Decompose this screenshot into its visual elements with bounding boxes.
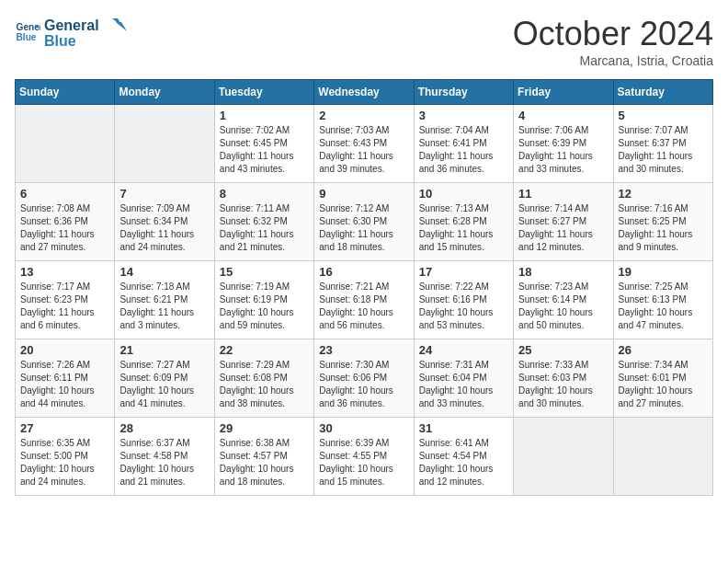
day-number: 26 [619, 343, 708, 357]
day-info: Sunrise: 6:41 AM Sunset: 4:54 PM Dayligh… [419, 437, 508, 488]
day-info: Sunrise: 7:21 AM Sunset: 6:18 PM Dayligh… [319, 281, 408, 332]
day-number: 10 [419, 187, 508, 201]
calendar-table: SundayMondayTuesdayWednesdayThursdayFrid… [15, 79, 713, 496]
weekday-header-saturday: Saturday [613, 80, 712, 105]
day-number: 6 [20, 187, 109, 201]
weekday-header-tuesday: Tuesday [214, 80, 313, 105]
day-number: 11 [518, 187, 608, 201]
day-number: 17 [419, 265, 508, 279]
day-number: 22 [220, 343, 309, 357]
day-number: 27 [20, 421, 109, 435]
calendar-cell: 26Sunrise: 7:34 AM Sunset: 6:01 PM Dayli… [613, 339, 712, 418]
logo-icon: General Blue [15, 19, 40, 45]
day-number: 31 [419, 421, 508, 435]
calendar-cell: 13Sunrise: 7:17 AM Sunset: 6:23 PM Dayli… [16, 261, 115, 339]
calendar-cell: 22Sunrise: 7:29 AM Sunset: 6:08 PM Dayli… [214, 339, 313, 418]
calendar-cell: 11Sunrise: 7:14 AM Sunset: 6:27 PM Dayli… [514, 183, 613, 261]
day-number: 21 [119, 343, 209, 357]
calendar-cell [613, 418, 712, 496]
week-row-3: 13Sunrise: 7:17 AM Sunset: 6:23 PM Dayli… [16, 261, 713, 339]
week-row-4: 20Sunrise: 7:26 AM Sunset: 6:11 PM Dayli… [16, 339, 713, 418]
calendar-cell: 12Sunrise: 7:16 AM Sunset: 6:25 PM Dayli… [613, 183, 712, 261]
month-title: October 2024 [513, 15, 713, 53]
day-number: 1 [220, 109, 309, 122]
day-info: Sunrise: 6:35 AM Sunset: 5:00 PM Dayligh… [20, 437, 109, 488]
calendar-cell: 10Sunrise: 7:13 AM Sunset: 6:28 PM Dayli… [414, 183, 513, 261]
svg-text:General: General [44, 17, 99, 33]
calendar-cell: 8Sunrise: 7:11 AM Sunset: 6:32 PM Daylig… [214, 183, 313, 261]
day-number: 9 [319, 187, 408, 201]
calendar-cell: 5Sunrise: 7:07 AM Sunset: 6:37 PM Daylig… [613, 105, 712, 183]
svg-marker-7 [116, 22, 127, 31]
day-number: 16 [319, 265, 408, 279]
day-number: 19 [619, 265, 708, 279]
day-info: Sunrise: 7:16 AM Sunset: 6:25 PM Dayligh… [619, 202, 708, 254]
day-info: Sunrise: 7:03 AM Sunset: 6:43 PM Dayligh… [319, 124, 408, 176]
calendar-cell: 16Sunrise: 7:21 AM Sunset: 6:18 PM Dayli… [314, 261, 414, 339]
calendar-cell [514, 418, 613, 496]
calendar-cell [16, 105, 115, 183]
day-info: Sunrise: 6:39 AM Sunset: 4:55 PM Dayligh… [319, 437, 408, 488]
calendar-cell: 24Sunrise: 7:31 AM Sunset: 6:04 PM Dayli… [414, 339, 513, 418]
page-header: General Blue General Blue October 2024 M… [15, 15, 713, 68]
day-info: Sunrise: 7:34 AM Sunset: 6:01 PM Dayligh… [619, 359, 708, 410]
day-info: Sunrise: 7:14 AM Sunset: 6:27 PM Dayligh… [518, 202, 608, 254]
day-number: 2 [319, 109, 408, 122]
day-number: 8 [220, 187, 309, 201]
day-info: Sunrise: 6:38 AM Sunset: 4:57 PM Dayligh… [220, 437, 309, 488]
day-number: 15 [220, 265, 309, 279]
calendar-cell: 30Sunrise: 6:39 AM Sunset: 4:55 PM Dayli… [314, 418, 414, 496]
day-info: Sunrise: 7:29 AM Sunset: 6:08 PM Dayligh… [220, 359, 309, 410]
weekday-header-friday: Friday [514, 80, 613, 105]
calendar-cell [115, 105, 214, 183]
weekday-header-row: SundayMondayTuesdayWednesdayThursdayFrid… [16, 80, 713, 105]
weekday-header-sunday: Sunday [16, 80, 115, 105]
day-info: Sunrise: 7:11 AM Sunset: 6:32 PM Dayligh… [220, 202, 309, 254]
day-info: Sunrise: 7:02 AM Sunset: 6:45 PM Dayligh… [220, 124, 309, 176]
logo: General Blue General Blue [15, 15, 127, 50]
calendar-cell: 19Sunrise: 7:25 AM Sunset: 6:13 PM Dayli… [613, 261, 712, 339]
day-number: 28 [119, 421, 209, 435]
calendar-cell: 29Sunrise: 6:38 AM Sunset: 4:57 PM Dayli… [214, 418, 313, 496]
day-number: 5 [619, 109, 708, 122]
day-number: 18 [518, 265, 608, 279]
week-row-5: 27Sunrise: 6:35 AM Sunset: 5:00 PM Dayli… [16, 418, 713, 496]
day-info: Sunrise: 7:06 AM Sunset: 6:39 PM Dayligh… [518, 124, 608, 176]
day-number: 23 [319, 343, 408, 357]
day-number: 13 [20, 265, 109, 279]
svg-text:Blue: Blue [44, 33, 76, 49]
calendar-cell: 31Sunrise: 6:41 AM Sunset: 4:54 PM Dayli… [414, 418, 513, 496]
calendar-cell: 25Sunrise: 7:33 AM Sunset: 6:03 PM Dayli… [514, 339, 613, 418]
day-number: 3 [419, 109, 508, 122]
day-info: Sunrise: 7:08 AM Sunset: 6:36 PM Dayligh… [20, 202, 109, 254]
day-number: 29 [220, 421, 309, 435]
day-info: Sunrise: 7:07 AM Sunset: 6:37 PM Dayligh… [619, 124, 708, 176]
day-number: 14 [119, 265, 209, 279]
day-info: Sunrise: 7:13 AM Sunset: 6:28 PM Dayligh… [419, 202, 508, 254]
location-subtitle: Marcana, Istria, Croatia [513, 53, 713, 68]
calendar-cell: 23Sunrise: 7:30 AM Sunset: 6:06 PM Dayli… [314, 339, 414, 418]
weekday-header-thursday: Thursday [414, 80, 513, 105]
logo-svg: General Blue [44, 15, 127, 50]
day-number: 4 [518, 109, 608, 122]
calendar-cell: 27Sunrise: 6:35 AM Sunset: 5:00 PM Dayli… [16, 418, 115, 496]
day-info: Sunrise: 7:26 AM Sunset: 6:11 PM Dayligh… [20, 359, 109, 410]
day-info: Sunrise: 7:30 AM Sunset: 6:06 PM Dayligh… [319, 359, 408, 410]
week-row-1: 1Sunrise: 7:02 AM Sunset: 6:45 PM Daylig… [16, 105, 713, 183]
calendar-cell: 3Sunrise: 7:04 AM Sunset: 6:41 PM Daylig… [414, 105, 513, 183]
day-info: Sunrise: 7:25 AM Sunset: 6:13 PM Dayligh… [619, 281, 708, 332]
calendar-cell: 6Sunrise: 7:08 AM Sunset: 6:36 PM Daylig… [16, 183, 115, 261]
weekday-header-monday: Monday [115, 80, 214, 105]
day-info: Sunrise: 7:09 AM Sunset: 6:34 PM Dayligh… [119, 202, 209, 254]
day-info: Sunrise: 7:33 AM Sunset: 6:03 PM Dayligh… [518, 359, 608, 410]
day-info: Sunrise: 7:04 AM Sunset: 6:41 PM Dayligh… [419, 124, 508, 176]
day-info: Sunrise: 7:17 AM Sunset: 6:23 PM Dayligh… [20, 281, 109, 332]
calendar-cell: 4Sunrise: 7:06 AM Sunset: 6:39 PM Daylig… [514, 105, 613, 183]
calendar-cell: 21Sunrise: 7:27 AM Sunset: 6:09 PM Dayli… [115, 339, 214, 418]
calendar-cell: 17Sunrise: 7:22 AM Sunset: 6:16 PM Dayli… [414, 261, 513, 339]
title-section: October 2024 Marcana, Istria, Croatia [513, 15, 713, 68]
calendar-cell: 28Sunrise: 6:37 AM Sunset: 4:58 PM Dayli… [115, 418, 214, 496]
weekday-header-wednesday: Wednesday [314, 80, 414, 105]
calendar-cell: 20Sunrise: 7:26 AM Sunset: 6:11 PM Dayli… [16, 339, 115, 418]
day-info: Sunrise: 7:27 AM Sunset: 6:09 PM Dayligh… [119, 359, 209, 410]
